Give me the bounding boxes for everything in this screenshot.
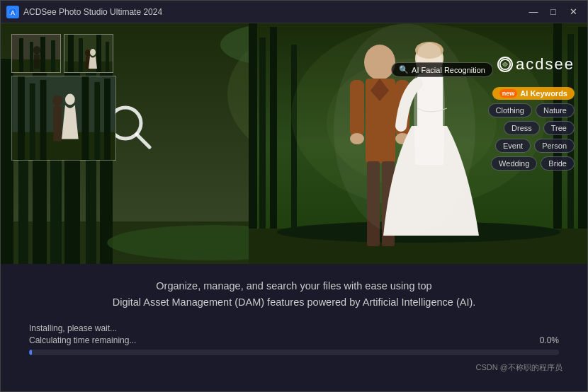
new-badge: new — [499, 89, 518, 98]
ai-keywords-label: AI Keywords — [520, 89, 567, 98]
acdsee-logo-text: acdsee — [516, 55, 575, 74]
acdsee-logo-icon — [497, 57, 513, 72]
svg-rect-58 — [249, 23, 257, 264]
keyword-clothing: Clothing — [488, 103, 532, 117]
window-controls: — □ ✕ — [525, 5, 582, 19]
keyword-event: Event — [495, 139, 531, 153]
svg-point-80 — [334, 23, 475, 236]
status-line2-row: Calculating time remaining... 0.0% — [29, 335, 559, 345]
description-line2: Digital Asset Management (DAM) features … — [113, 296, 476, 308]
svg-rect-64 — [578, 27, 588, 264]
hero-area: acdsee — [1, 23, 588, 264]
svg-point-40 — [85, 50, 91, 57]
keyword-row-2: Dress Tree — [504, 121, 575, 135]
ai-facial-label: AI Facial Recognition — [412, 66, 485, 74]
bottom-area: Organize, manage, and search your files … — [1, 264, 587, 392]
svg-rect-47 — [40, 80, 47, 160]
svg-point-32 — [33, 46, 40, 54]
progress-bar-container — [29, 350, 559, 355]
window-title: ACDSee Photo Studio Ultimate 2024 — [23, 7, 162, 17]
svg-rect-49 — [94, 82, 100, 160]
svg-line-55 — [137, 134, 149, 147]
svg-rect-46 — [30, 83, 35, 160]
ai-keywords-container: new AI Keywords Clothing Nature Dress Tr… — [488, 87, 575, 171]
svg-point-53 — [65, 94, 75, 105]
svg-rect-29 — [30, 42, 33, 73]
keyword-row-4: Wedding Bride — [491, 156, 575, 171]
svg-rect-30 — [40, 37, 45, 73]
ai-facial-recognition-tag: 🔍 AI Facial Recognition — [391, 62, 493, 77]
keyword-person: Person — [534, 139, 575, 153]
svg-rect-50 — [104, 79, 111, 160]
photo-grid — [11, 34, 116, 163]
photo-thumb-wide — [11, 76, 116, 163]
progress-section: Installing, please wait... Calculating t… — [22, 323, 566, 355]
install-status: Installing, please wait... — [29, 323, 559, 333]
keyword-wedding: Wedding — [491, 156, 537, 171]
svg-rect-48 — [82, 76, 89, 160]
description-line1: Organize, manage, and search your files … — [156, 280, 431, 292]
svg-rect-45 — [18, 76, 25, 160]
svg-rect-37 — [79, 38, 83, 73]
keyword-row-1: Clothing Nature — [488, 103, 575, 117]
time-remaining-status: Calculating time remaining... — [29, 335, 136, 345]
main-description: Organize, manage, and search your files … — [22, 278, 566, 311]
photo-thumb-2 — [64, 34, 113, 73]
keyword-tree: Tree — [543, 121, 575, 135]
progress-bar-fill — [29, 350, 32, 355]
ai-keywords-tag: new AI Keywords — [492, 87, 575, 100]
keyword-nature: Nature — [536, 103, 575, 117]
keyword-bride: Bride — [541, 156, 575, 171]
app-icon: A — [6, 6, 19, 18]
photo-thumb-1 — [11, 34, 61, 73]
svg-rect-33 — [34, 54, 40, 69]
svg-rect-28 — [19, 38, 23, 73]
svg-rect-52 — [53, 106, 62, 141]
minimize-button[interactable]: — — [525, 5, 542, 19]
svg-rect-38 — [96, 35, 101, 73]
svg-text:A: A — [11, 9, 16, 16]
svg-rect-39 — [106, 42, 109, 73]
svg-rect-36 — [68, 35, 74, 73]
svg-rect-60 — [270, 27, 277, 264]
maximize-button[interactable]: □ — [545, 5, 562, 19]
progress-percent: 0.0% — [540, 335, 559, 345]
svg-rect-31 — [51, 40, 55, 73]
title-left: A ACDSee Photo Studio Ultimate 2024 — [6, 6, 162, 18]
title-bar: A ACDSee Photo Studio Ultimate 2024 — □ … — [1, 1, 587, 23]
keyword-row-3: Event Person — [495, 139, 575, 153]
acdsee-logo: acdsee — [497, 55, 575, 74]
watermark: CSDN @不称职的程序员 — [22, 362, 566, 373]
close-button[interactable]: ✕ — [565, 5, 582, 19]
svg-point-51 — [52, 96, 62, 107]
search-small-icon: 🔍 — [399, 65, 409, 74]
keyword-dress: Dress — [504, 121, 540, 135]
svg-point-42 — [90, 49, 96, 56]
